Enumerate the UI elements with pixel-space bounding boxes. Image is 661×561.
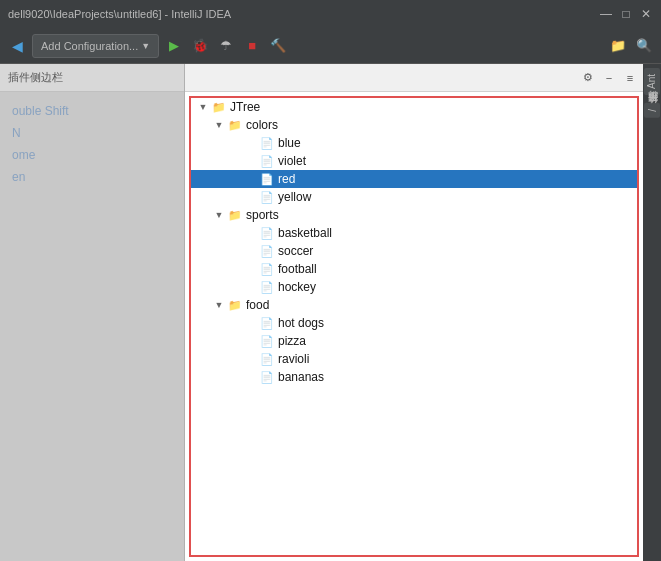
football-file-icon: 📄 (259, 263, 275, 276)
debug-button[interactable]: 🐞 (189, 35, 211, 57)
hotdogs-file-icon: 📄 (259, 317, 275, 330)
close-button[interactable]: ✕ (639, 7, 653, 21)
dropdown-arrow-icon: ▼ (141, 41, 150, 51)
bananas-node[interactable]: 📄 bananas (191, 368, 637, 386)
food-expand-icon: ▼ (211, 300, 227, 310)
food-label: food (246, 298, 269, 312)
ravioli-node[interactable]: 📄 ravioli (191, 350, 637, 368)
ravioli-file-icon: 📄 (259, 353, 275, 366)
root-expand-icon: ▼ (195, 102, 211, 112)
ravioli-label: ravioli (278, 352, 309, 366)
coverage-button[interactable]: ☂ (215, 35, 237, 57)
basketball-file-icon: 📄 (259, 227, 275, 240)
hockey-file-icon: 📄 (259, 281, 275, 294)
right-tabs-panel: Ant 结构/树形显示 (643, 64, 661, 561)
food-folder-icon: 📁 (227, 299, 243, 312)
sports-expand-icon: ▼ (211, 210, 227, 220)
maximize-button[interactable]: □ (619, 7, 633, 21)
sports-label: sports (246, 208, 279, 222)
title-bar-text: dell9020\IdeaProjects\untitled6] - Intel… (8, 8, 231, 20)
structure-tab[interactable]: 结构/树形显示 (644, 103, 660, 118)
minus-icon[interactable]: − (600, 69, 618, 87)
hockey-node[interactable]: 📄 hockey (191, 278, 637, 296)
add-config-label: Add Configuration... (41, 40, 138, 52)
nav-back-icon[interactable]: ◀ (6, 35, 28, 57)
run-button[interactable]: ▶ (163, 35, 185, 57)
pizza-label: pizza (278, 334, 306, 348)
basketball-node[interactable]: 📄 basketball (191, 224, 637, 242)
settings-icon[interactable]: ⚙ (579, 69, 597, 87)
soccer-label: soccer (278, 244, 313, 258)
sports-folder-icon: 📁 (227, 209, 243, 222)
sidebar-item-1[interactable]: ouble Shift (0, 100, 184, 122)
left-sidebar: 插件侧边栏 ouble Shift N ome en (0, 64, 185, 561)
tree-container[interactable]: ▼ 📁 JTree ▼ 📁 colors 📄 blue 📄 (189, 96, 639, 557)
blue-label: blue (278, 136, 301, 150)
violet-label: violet (278, 154, 306, 168)
yellow-node[interactable]: 📄 yellow (191, 188, 637, 206)
panel-toolbar: ⚙ − ≡ (185, 64, 643, 92)
soccer-file-icon: 📄 (259, 245, 275, 258)
sidebar-toggle-icon[interactable]: ≡ (621, 69, 639, 87)
red-label: red (278, 172, 295, 186)
violet-node[interactable]: 📄 violet (191, 152, 637, 170)
sidebar-item-2[interactable]: N (0, 122, 184, 144)
stop-button[interactable]: ■ (241, 35, 263, 57)
main-area: 插件侧边栏 ouble Shift N ome en ⚙ − ≡ ▼ 📁 JTr… (0, 64, 661, 561)
blue-node[interactable]: 📄 blue (191, 134, 637, 152)
bananas-label: bananas (278, 370, 324, 384)
minimize-button[interactable]: — (599, 7, 613, 21)
build-button[interactable]: 🔨 (267, 35, 289, 57)
tree-root[interactable]: ▼ 📁 JTree (191, 98, 637, 116)
yellow-file-icon: 📄 (259, 191, 275, 204)
folder-icon: 📁 (211, 101, 227, 114)
title-bar: dell9020\IdeaProjects\untitled6] - Intel… (0, 0, 661, 28)
sidebar-item-4[interactable]: en (0, 166, 184, 188)
tree-root-label: JTree (230, 100, 260, 114)
pizza-node[interactable]: 📄 pizza (191, 332, 637, 350)
right-panel: ⚙ − ≡ ▼ 📁 JTree ▼ 📁 colors (185, 64, 643, 561)
colors-folder-icon: 📁 (227, 119, 243, 132)
sidebar-content: ouble Shift N ome en (0, 92, 184, 196)
blue-file-icon: 📄 (259, 137, 275, 150)
colors-expand-icon: ▼ (211, 120, 227, 130)
project-button[interactable]: 📁 (607, 35, 629, 57)
yellow-label: yellow (278, 190, 311, 204)
violet-file-icon: 📄 (259, 155, 275, 168)
title-bar-controls: — □ ✕ (599, 7, 653, 21)
red-file-icon: 📄 (259, 173, 275, 186)
food-node[interactable]: ▼ 📁 food (191, 296, 637, 314)
search-everywhere-button[interactable]: 🔍 (633, 35, 655, 57)
ant-tab[interactable]: Ant (644, 68, 660, 95)
sidebar-label: 插件侧边栏 (0, 64, 184, 92)
football-node[interactable]: 📄 football (191, 260, 637, 278)
football-label: football (278, 262, 317, 276)
sports-node[interactable]: ▼ 📁 sports (191, 206, 637, 224)
basketball-label: basketball (278, 226, 332, 240)
pizza-file-icon: 📄 (259, 335, 275, 348)
bananas-file-icon: 📄 (259, 371, 275, 384)
soccer-node[interactable]: 📄 soccer (191, 242, 637, 260)
main-toolbar: ◀ Add Configuration... ▼ ▶ 🐞 ☂ ■ 🔨 📁 🔍 (0, 28, 661, 64)
colors-node[interactable]: ▼ 📁 colors (191, 116, 637, 134)
colors-label: colors (246, 118, 278, 132)
hotdogs-node[interactable]: 📄 hot dogs (191, 314, 637, 332)
sidebar-item-3[interactable]: ome (0, 144, 184, 166)
add-configuration-button[interactable]: Add Configuration... ▼ (32, 34, 159, 58)
hotdogs-label: hot dogs (278, 316, 324, 330)
hockey-label: hockey (278, 280, 316, 294)
red-node[interactable]: 📄 red (191, 170, 637, 188)
